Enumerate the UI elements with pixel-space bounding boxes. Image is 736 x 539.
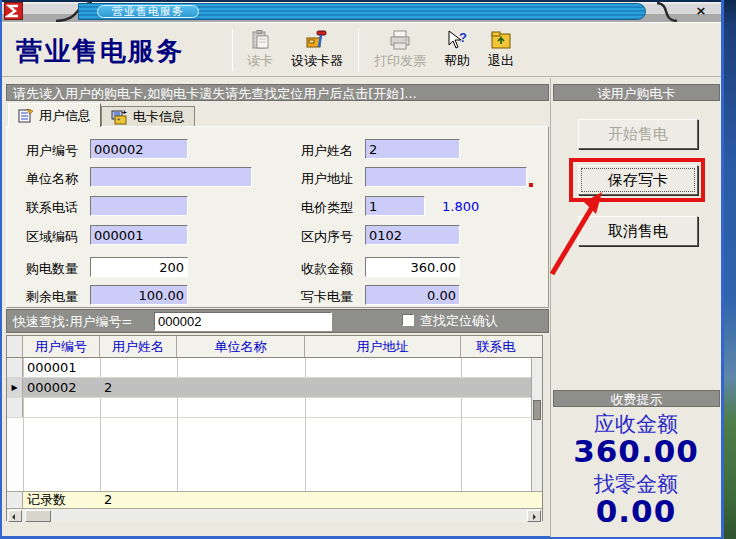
field-label: 电价类型 (301, 199, 353, 217)
app-title: 营业售电服务 (16, 34, 184, 69)
app-logo-icon (4, 2, 23, 20)
field-label: 区内序号 (301, 228, 353, 246)
toolbar-separator (358, 28, 359, 72)
scroll-left-icon[interactable] (8, 510, 22, 522)
read-card-button: 读卡 (244, 27, 276, 72)
price-rate-value: 1.800 (442, 199, 479, 214)
area-code-field[interactable] (90, 225, 188, 245)
scroll-right-icon[interactable] (527, 510, 541, 522)
read-card-section-header: 读用户购电卡 (553, 84, 720, 101)
user-name-field[interactable] (365, 139, 460, 159)
user-info-tab-icon (18, 108, 34, 123)
message-bar: 请先读入用户的购电卡,如购电卡遗失请先查找定位用户后点击[开始]... (6, 84, 549, 101)
svg-text:+: + (122, 110, 127, 117)
toolbar-button-label: 帮助 (444, 52, 470, 70)
search-confirm-label: 查找定位确认 (420, 312, 498, 330)
table-row-selected[interactable]: ▶ 000002 2 (7, 378, 542, 398)
cell-user-name (100, 358, 177, 377)
user-address-field[interactable] (365, 167, 527, 187)
tab-card-info[interactable]: * + 电卡信息 (101, 106, 195, 127)
unit-name-field[interactable] (90, 167, 252, 187)
user-table: 用户编号 用户姓名 单位名称 用户地址 联系电 000001 (6, 335, 543, 521)
purchase-qty-field[interactable] (90, 257, 188, 277)
row-marker (7, 358, 23, 377)
column-header[interactable]: 用户地址 (305, 336, 461, 357)
column-header[interactable]: 联系电 (461, 336, 531, 357)
area-serial-field[interactable] (365, 225, 460, 245)
field-label: 用户姓名 (301, 142, 353, 160)
app-window: 营业售电服务 × 营业售电服务 读卡 (0, 0, 724, 539)
record-count-label: 记录数 (23, 492, 100, 508)
cell-unit-name (177, 378, 305, 397)
record-count-value: 2 (100, 492, 177, 508)
toolbar-separator (232, 29, 233, 71)
title-bar: 营业售电服务 × (2, 0, 721, 22)
change-value: 0.00 (551, 493, 721, 529)
toolbar-button-label: 读卡 (247, 52, 273, 70)
marker-column-header (7, 336, 23, 357)
cell-unit-name (177, 358, 305, 377)
exit-icon (490, 29, 512, 51)
window-title: 营业售电服务 (97, 5, 199, 18)
cell-address (305, 358, 461, 377)
field-label: 单位名称 (26, 170, 78, 188)
cell-user-id: 000001 (23, 358, 100, 377)
field-label: 购电数量 (26, 260, 78, 278)
tab-label: 电卡信息 (133, 108, 185, 126)
search-confirm-checkbox[interactable] (402, 314, 414, 326)
tab-user-info[interactable]: 用户信息 (8, 103, 101, 127)
column-header[interactable]: 用户编号 (23, 336, 100, 357)
quick-search-label: 快速查找:用户编号= (13, 314, 132, 329)
titlebar-swoosh-right (651, 2, 681, 22)
set-card-reader-button[interactable]: 设读卡器 (288, 27, 346, 72)
right-panel: 读用户购电卡 开始售电 保存写卡 取消售电 收费提示 应收金额 360.00 找… (550, 78, 721, 537)
svg-text:*: * (117, 116, 120, 125)
quick-search-input[interactable] (154, 312, 332, 331)
column-header[interactable]: 单位名称 (177, 336, 305, 357)
toolbar: 营业售电服务 读卡 (2, 22, 721, 77)
vertical-scroll-thumb[interactable] (533, 400, 541, 420)
fee-section-header: 收费提示 (553, 390, 720, 407)
column-header[interactable]: 用户姓名 (100, 336, 177, 357)
phone-field[interactable] (90, 196, 188, 216)
table-horizontal-scrollbar[interactable] (7, 508, 542, 522)
row-marker-icon: ▶ (7, 378, 23, 397)
toolbar-button-label: 退出 (488, 52, 514, 70)
table-vertical-scrollbar[interactable] (531, 358, 542, 491)
start-sale-button: 开始售电 (578, 119, 698, 149)
field-label: 收款金额 (301, 260, 353, 278)
titlebar-stripe-band: 营业售电服务 (78, 3, 646, 20)
horizontal-scroll-thumb[interactable] (25, 510, 51, 522)
price-type-field[interactable] (365, 196, 425, 216)
table-row-empty (7, 398, 542, 418)
user-id-field[interactable] (90, 139, 188, 159)
cell-user-name: 2 (100, 378, 177, 397)
cell-address (305, 378, 461, 397)
table-footer: 记录数 2 (7, 491, 542, 508)
read-card-icon (249, 29, 271, 51)
write-qty-field[interactable] (365, 285, 460, 305)
close-icon[interactable]: × (693, 3, 709, 19)
field-label: 联系电话 (26, 199, 78, 217)
svg-text:?: ? (459, 30, 467, 45)
cell-user-id: 000002 (23, 378, 100, 397)
exit-button[interactable]: 退出 (485, 27, 517, 72)
printer-icon (388, 29, 412, 51)
desktop-background: 营业售电服务 × 营业售电服务 读卡 (0, 0, 736, 539)
field-label: 用户地址 (301, 170, 353, 188)
field-label: 区域编码 (26, 228, 78, 246)
field-label: 写卡电量 (301, 288, 353, 306)
card-reader-tools-icon (305, 29, 329, 51)
field-label: 用户编号 (26, 142, 78, 160)
payment-amount-field[interactable] (365, 257, 460, 277)
tab-strip: 用户信息 * + 电卡信息 (8, 103, 195, 127)
card-info-tab-icon: * + (111, 110, 128, 125)
help-icon: ? (446, 29, 468, 51)
cell-phone (461, 378, 531, 397)
help-button[interactable]: ? 帮助 (441, 27, 473, 72)
annotation-arrow (540, 188, 612, 280)
annotation-dot (529, 183, 533, 187)
remaining-qty-field[interactable] (90, 285, 188, 305)
tab-label: 用户信息 (39, 107, 91, 125)
table-row[interactable]: 000001 (7, 358, 542, 378)
